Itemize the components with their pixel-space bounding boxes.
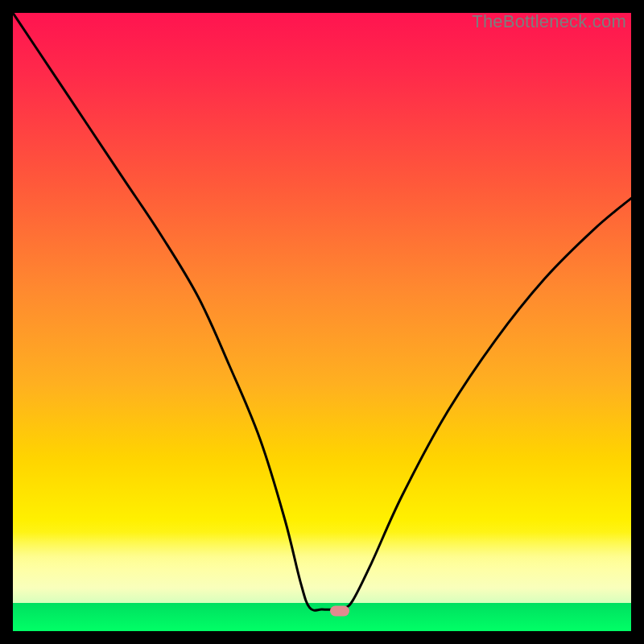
bottleneck-curve	[13, 13, 631, 610]
plot-area	[13, 13, 631, 631]
curve-layer	[13, 13, 631, 631]
min-marker	[330, 605, 349, 616]
watermark-text: TheBottleneck.com	[472, 11, 626, 32]
chart-stage: TheBottleneck.com	[0, 0, 644, 644]
